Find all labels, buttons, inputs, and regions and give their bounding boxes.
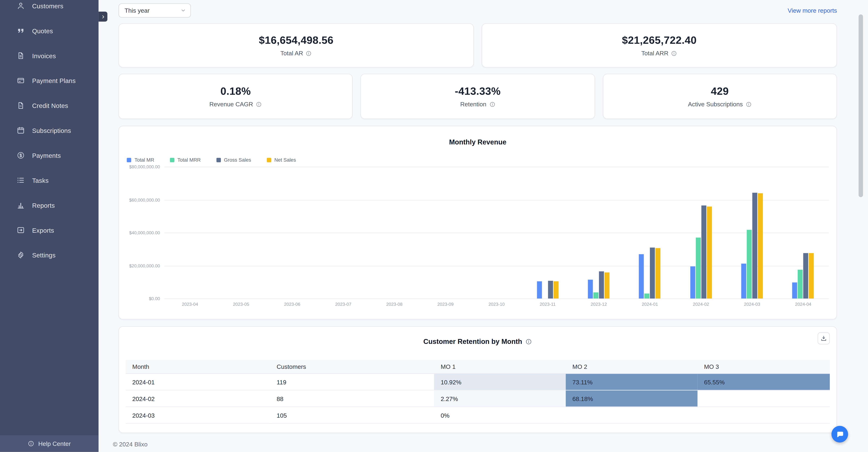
bar[interactable]	[599, 271, 604, 299]
legend-item[interactable]: Total MRR	[170, 157, 201, 163]
sidebar-item-exports[interactable]: Exports	[0, 218, 98, 243]
table-row: 2024-0111910.92%73.11%65.55%	[126, 373, 830, 390]
table-row: 2024-02882.27%68.18%	[126, 390, 830, 407]
chart-plot: $80,000,000.00$60,000,000.00$40,000,000.…	[164, 167, 829, 299]
info-icon[interactable]	[746, 101, 752, 107]
info-icon[interactable]	[526, 338, 532, 345]
bar[interactable]	[701, 205, 706, 299]
bar[interactable]	[804, 253, 809, 299]
sidebar-item-customers[interactable]: Customers	[0, 0, 98, 18]
retention-table-card: Customer Retention by Month MonthCustome…	[119, 326, 837, 433]
info-icon[interactable]	[306, 50, 312, 56]
bar[interactable]	[793, 282, 798, 299]
bar[interactable]	[752, 193, 757, 299]
sidebar: CustomersQuotesInvoicesPayment PlansCred…	[0, 0, 98, 452]
stat-label-text: Revenue CAGR	[210, 101, 253, 108]
retention-title-text: Customer Retention by Month	[424, 338, 522, 345]
sidebar-item-subscriptions[interactable]: Subscriptions	[0, 118, 98, 143]
table-row: 2024-031050%	[126, 407, 830, 423]
sidebar-item-label: Settings	[32, 252, 56, 259]
retention-table-title: Customer Retention by Month	[126, 338, 830, 345]
bar[interactable]	[741, 264, 746, 299]
legend-label: Net Sales	[274, 157, 296, 163]
sidebar-item-credit-notes[interactable]: Credit Notes	[0, 93, 98, 118]
chat-button[interactable]	[832, 426, 848, 443]
legend-item[interactable]: Gross Sales	[216, 157, 251, 163]
download-icon	[820, 335, 827, 342]
bar[interactable]	[588, 280, 593, 299]
bar[interactable]	[537, 281, 542, 299]
bar[interactable]	[593, 292, 598, 299]
x-axis-tick: 2023-07	[318, 302, 369, 307]
period-select[interactable]: This year	[119, 3, 191, 18]
stat-value: $21,265,722.40	[622, 34, 697, 47]
bar[interactable]	[650, 247, 655, 299]
bar-group-2023-08	[369, 167, 420, 299]
credit-note-icon	[17, 101, 25, 110]
info-icon[interactable]	[671, 50, 677, 56]
table-cell: 2.27%	[434, 390, 566, 407]
sidebar-item-settings[interactable]: Settings	[0, 243, 98, 268]
sidebar-collapse-button[interactable]	[98, 11, 107, 22]
vertical-scrollbar-thumb[interactable]	[859, 14, 863, 197]
retention-body: 2024-0111910.92%73.11%65.55%2024-02882.2…	[126, 373, 830, 423]
bar[interactable]	[707, 207, 712, 299]
copyright-text: © 2024 Blixo	[98, 433, 868, 448]
sidebar-item-label: Exports	[32, 227, 54, 233]
sidebar-item-payments[interactable]: Payments	[0, 143, 98, 168]
table-cell: 0%	[434, 407, 566, 423]
legend-item[interactable]: Total MR	[127, 157, 154, 163]
retention-table: MonthCustomersMO 1MO 2MO 3 2024-0111910.…	[126, 360, 830, 424]
stat-value: 0.18%	[220, 85, 251, 97]
sidebar-item-reports[interactable]: Reports	[0, 193, 98, 218]
stat-value: -413.33%	[455, 85, 501, 97]
help-center-label: Help Center	[38, 441, 71, 447]
x-axis-tick: 2023-06	[267, 302, 318, 307]
gear-icon	[17, 251, 25, 259]
info-icon[interactable]	[489, 101, 495, 107]
stat-value: 429	[711, 85, 728, 97]
sidebar-item-label: Payments	[32, 152, 61, 159]
chart-plot-area: $80,000,000.00$60,000,000.00$40,000,000.…	[164, 167, 829, 307]
bar[interactable]	[696, 238, 701, 299]
sidebar-item-label: Tasks	[32, 177, 49, 184]
legend-label: Gross Sales	[224, 157, 251, 163]
table-cell	[698, 390, 830, 407]
bar[interactable]	[809, 253, 814, 299]
chart-legend: Total MRTotal MRRGross SalesNet Sales	[126, 157, 830, 163]
bar[interactable]	[798, 270, 803, 299]
sidebar-item-label: Customers	[32, 3, 63, 9]
bar[interactable]	[690, 266, 695, 299]
help-center-button[interactable]: Help Center	[0, 435, 98, 452]
bar[interactable]	[554, 281, 559, 299]
sidebar-item-invoices[interactable]: Invoices	[0, 43, 98, 68]
calendar-icon	[17, 126, 25, 134]
bar[interactable]	[758, 193, 763, 299]
info-icon[interactable]	[256, 101, 262, 107]
table-cell: 2024-03	[126, 407, 270, 423]
quote-icon	[17, 27, 25, 35]
sidebar-item-label: Payment Plans	[32, 77, 76, 84]
download-button[interactable]	[817, 332, 830, 344]
bar[interactable]	[548, 281, 553, 299]
bar[interactable]	[656, 248, 661, 299]
sidebar-item-payment-plans[interactable]: Payment Plans	[0, 68, 98, 93]
sidebar-item-quotes[interactable]: Quotes	[0, 18, 98, 43]
stat-label: Revenue CAGR	[210, 101, 262, 108]
bar[interactable]	[604, 272, 610, 299]
bar[interactable]	[639, 254, 644, 299]
bar[interactable]	[747, 230, 752, 299]
sidebar-item-tasks[interactable]: Tasks	[0, 168, 98, 193]
table-cell: 68.18%	[566, 390, 698, 407]
view-more-link[interactable]: View more reports	[788, 7, 837, 14]
x-axis-tick: 2023-04	[164, 302, 216, 307]
bar[interactable]	[645, 294, 650, 299]
column-header: MO 1	[434, 360, 566, 373]
y-axis-tick: $40,000,000.00	[129, 230, 160, 235]
bar-group-2023-10	[471, 167, 522, 299]
legend-item[interactable]: Net Sales	[267, 157, 296, 163]
gridline	[164, 299, 829, 299]
dollar-circle-icon	[17, 151, 25, 159]
table-cell: 2024-02	[126, 390, 270, 407]
legend-swatch	[216, 158, 221, 162]
